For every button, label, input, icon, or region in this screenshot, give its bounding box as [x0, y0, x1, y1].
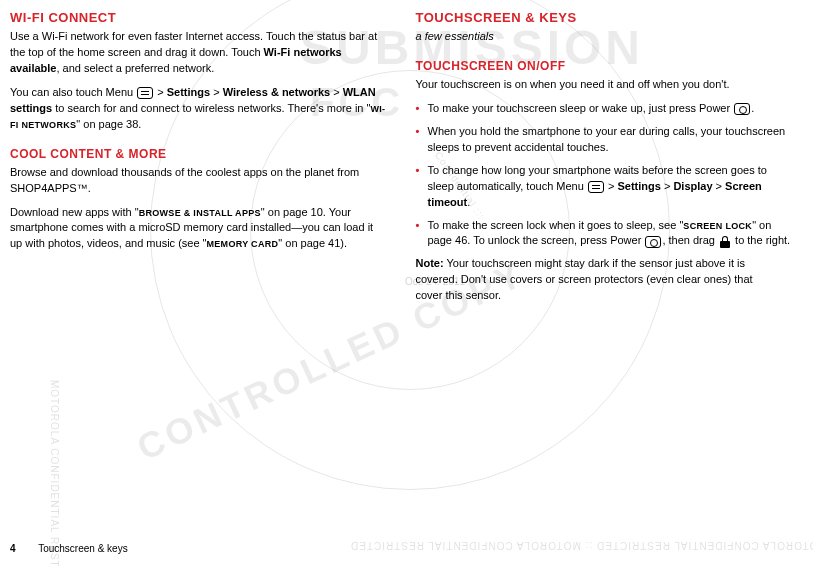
text: , and select a preferred network.	[56, 62, 214, 74]
note-body: Your touchscreen might stay dark if the …	[416, 257, 753, 301]
bold-wireless-networks: Wireless & networks	[223, 86, 331, 98]
heading-wifi-connect: WI-FI CONNECT	[10, 10, 388, 25]
note-label: Note:	[416, 257, 444, 269]
cool-content-p2: Download new apps with "BROWSE & INSTALL…	[10, 205, 388, 253]
watermark-confidential-2: MOTOROLA CONFIDENTIAL RESTRICTED :: MOTO…	[350, 540, 813, 551]
list-item: When you hold the smartphone to your ear…	[416, 124, 794, 156]
wifi-paragraph-2: You can also touch Menu > Settings > Wir…	[10, 85, 388, 133]
text: >	[330, 86, 343, 98]
subtitle-essentials: a few essentials	[416, 29, 794, 45]
cool-content-p1: Browse and download thousands of the coo…	[10, 165, 388, 197]
text: " on page 41).	[278, 237, 347, 249]
power-icon	[734, 103, 750, 115]
wifi-paragraph-1: Use a Wi-Fi network for even faster Inte…	[10, 29, 388, 77]
text: >	[154, 86, 167, 98]
ref-memory-card: MEMORY CARD	[207, 239, 279, 249]
page-content: WI-FI CONNECT Use a Wi-Fi network for ev…	[10, 10, 793, 312]
lock-icon	[719, 236, 731, 248]
list-item: To make the screen lock when it goes to …	[416, 218, 794, 250]
page-footer: 4 Touchscreen & keys	[10, 543, 128, 554]
list-item: To make your touchscreen sleep or wake u…	[416, 101, 794, 117]
text: >	[713, 180, 726, 192]
menu-icon	[588, 181, 604, 193]
note-paragraph: Note: Your touchscreen might stay dark i…	[416, 256, 776, 304]
heading-touchscreen-onoff: TOUCHSCREEN ON/OFF	[416, 59, 794, 73]
left-column: WI-FI CONNECT Use a Wi-Fi network for ev…	[10, 10, 388, 312]
text: .	[751, 102, 754, 114]
page-number: 4	[10, 543, 16, 554]
touchscreen-intro: Your touchscreen is on when you need it …	[416, 77, 794, 93]
bold-settings: Settings	[167, 86, 210, 98]
touchscreen-list: To make your touchscreen sleep or wake u…	[416, 101, 794, 250]
text: To make the screen lock when it goes to …	[428, 219, 684, 231]
text: to the right.	[732, 234, 790, 246]
power-icon	[645, 236, 661, 248]
list-item: To change how long your smartphone waits…	[416, 163, 794, 211]
heading-touchscreen-keys: TOUCHSCREEN & KEYS	[416, 10, 794, 25]
text: .	[467, 196, 470, 208]
bold-display: Display	[673, 180, 712, 192]
text: , then drag	[662, 234, 718, 246]
text: >	[605, 180, 618, 192]
footer-section: Touchscreen & keys	[38, 543, 128, 554]
text: " on page 38.	[76, 118, 141, 130]
text: You can also touch Menu	[10, 86, 136, 98]
watermark-confidential-1: MOTOROLA CONFIDENTIAL RESTRICTED :: MOTO…	[49, 380, 60, 566]
bold-settings: Settings	[617, 180, 660, 192]
text: To make your touchscreen sleep or wake u…	[428, 102, 734, 114]
text: >	[661, 180, 674, 192]
text: >	[210, 86, 223, 98]
subtitle-text: a few essentials	[416, 30, 494, 42]
heading-cool-content: COOL CONTENT & MORE	[10, 147, 388, 161]
menu-icon	[137, 87, 153, 99]
text: Download new apps with "	[10, 206, 139, 218]
ref-browse-install: BROWSE & INSTALL APPS	[139, 208, 261, 218]
ref-screen-lock: SCREEN LOCK	[683, 221, 752, 231]
text: to search for and connect to wireless ne…	[52, 102, 370, 114]
right-column: TOUCHSCREEN & KEYS a few essentials TOUC…	[416, 10, 794, 312]
